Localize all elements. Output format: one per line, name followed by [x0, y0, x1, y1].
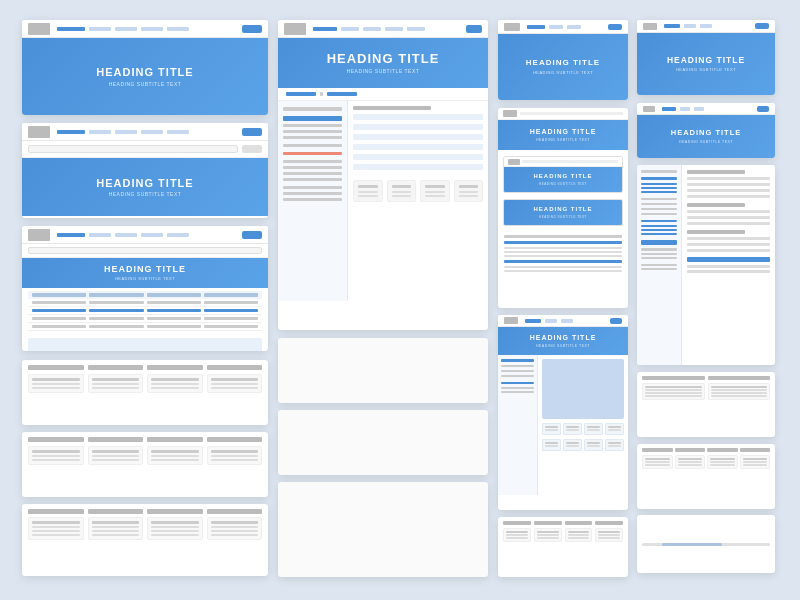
nav-link[interactable] [89, 27, 111, 31]
cta-button[interactable] [610, 318, 622, 324]
cta-button[interactable] [755, 23, 769, 29]
hero-subtitle: HEADING SUBTITLE TEXT [536, 138, 590, 142]
hero-subtitle: HEADING SUBTITLE TEXT [536, 344, 590, 348]
nav-links [57, 130, 239, 134]
nav-link-active[interactable] [57, 233, 85, 237]
wireframe-desktop-cards-2 [22, 432, 268, 497]
breadcrumb-item[interactable] [327, 92, 357, 96]
breadcrumb-item[interactable] [286, 92, 316, 96]
wireframe-tablet-bottom-cards [498, 517, 628, 577]
nav-link[interactable] [341, 27, 359, 31]
wireframe-form-sidebar: HEADING TITLE HEADING SUBTITLE TEXT [278, 20, 488, 330]
nav-link[interactable] [141, 27, 163, 31]
nav-link[interactable] [115, 130, 137, 134]
wireframe-mobile-list [637, 165, 775, 365]
wireframe-desktop-cards-1 [22, 360, 268, 425]
logo-inner [508, 159, 520, 165]
content-image [542, 359, 624, 419]
nav-link[interactable] [141, 233, 163, 237]
nav-link-active[interactable] [662, 107, 676, 111]
nav-link[interactable] [89, 130, 111, 134]
wireframe-desktop-cards-3 [22, 504, 268, 576]
hero-subtitle: HEADING SUBTITLE TEXT [539, 182, 587, 186]
wireframe-blank-1 [278, 338, 488, 403]
nav-link[interactable] [694, 107, 704, 111]
table-row [28, 315, 262, 323]
wireframe-blank-3 [278, 482, 488, 577]
nav-link-active[interactable] [313, 27, 337, 31]
logo-placeholder [28, 229, 50, 241]
cta-button[interactable] [242, 25, 262, 33]
nav-links [57, 233, 239, 237]
nav-link-active[interactable] [664, 24, 680, 28]
nav-link[interactable] [549, 25, 563, 29]
hero-title: HEADING TITLE [526, 59, 600, 68]
nav-link[interactable] [167, 233, 189, 237]
wireframe-mobile-2col [637, 372, 775, 437]
logo-placeholder [643, 106, 655, 112]
wireframe-mobile-4col [637, 444, 775, 509]
nav-link-active[interactable] [525, 319, 541, 323]
nav-links [313, 27, 463, 31]
wireframe-mobile-hero-2: HEADING TITLE HEADING SUBTITLE TEXT [637, 103, 775, 158]
nav-link[interactable] [89, 233, 111, 237]
logo-small [503, 110, 517, 117]
wireframe-mobile-hero-1: HEADING TITLE HEADING SUBTITLE TEXT [637, 20, 775, 95]
nav-link[interactable] [700, 24, 712, 28]
hero-subtitle: HEADING SUBTITLE TEXT [109, 191, 182, 197]
nav-links [57, 27, 239, 31]
table-row [28, 323, 262, 331]
nav-link[interactable] [567, 25, 581, 29]
nav-link[interactable] [141, 130, 163, 134]
nav-link[interactable] [684, 24, 696, 28]
hero-subtitle: HEADING SUBTITLE TEXT [109, 81, 182, 87]
hero-title: HEADING TITLE [530, 334, 597, 342]
nav-link-active[interactable] [527, 25, 545, 29]
logo-placeholder [504, 23, 520, 31]
nav-link[interactable] [115, 233, 137, 237]
cta-button[interactable] [242, 128, 262, 136]
filter-button[interactable] [242, 145, 262, 153]
nav-link[interactable] [561, 319, 573, 323]
hero-title: HEADING TITLE [667, 56, 745, 65]
nav-link[interactable] [407, 27, 425, 31]
logo-placeholder [504, 317, 518, 324]
nav-link[interactable] [167, 27, 189, 31]
hero-subtitle: HEADING SUBTITLE TEXT [347, 68, 420, 74]
cta-button[interactable] [242, 231, 262, 239]
wireframe-tablet-stacked: HEADING TITLE HEADING SUBTITLE TEXT HEAD… [498, 108, 628, 308]
table-header [28, 291, 262, 299]
nav-links [525, 319, 607, 323]
hero-title: HEADING TITLE [104, 265, 186, 275]
logo-placeholder [284, 23, 306, 35]
nav-link[interactable] [363, 27, 381, 31]
nav-links [527, 25, 605, 29]
cta-button[interactable] [466, 25, 482, 33]
hero-title: HEADING TITLE [671, 129, 742, 137]
hero-title: HEADING TITLE [534, 173, 593, 180]
hero-title: HEADING TITLE [534, 206, 593, 213]
wireframe-tablet-sidebar: HEADING TITLE HEADING SUBTITLE TEXT [498, 315, 628, 510]
nav-links [664, 24, 752, 28]
table-row [28, 307, 262, 315]
search-input[interactable] [28, 247, 262, 254]
wireframe-desktop-hero: HEADING TITLE HEADING SUBTITLE TEXT [22, 20, 268, 115]
nav-link[interactable] [680, 107, 690, 111]
search-input[interactable] [28, 145, 238, 153]
wireframe-mobile-scrollbar [637, 515, 775, 573]
nav-link-active[interactable] [57, 130, 85, 134]
cta-button[interactable] [757, 106, 769, 112]
cta-button[interactable] [608, 24, 622, 30]
logo-placeholder [28, 23, 50, 35]
logo-placeholder [28, 126, 50, 138]
hero-subtitle: HEADING SUBTITLE TEXT [679, 140, 733, 144]
nav-link[interactable] [545, 319, 557, 323]
nav-link[interactable] [167, 130, 189, 134]
nav-link-active[interactable] [57, 27, 85, 31]
nav-link[interactable] [115, 27, 137, 31]
table-row [28, 299, 262, 307]
scrollbar-thumb[interactable] [662, 543, 722, 546]
nav-link[interactable] [385, 27, 403, 31]
hero-subtitle: HEADING SUBTITLE TEXT [676, 67, 736, 72]
hero-subtitle: HEADING SUBTITLE TEXT [539, 215, 587, 219]
